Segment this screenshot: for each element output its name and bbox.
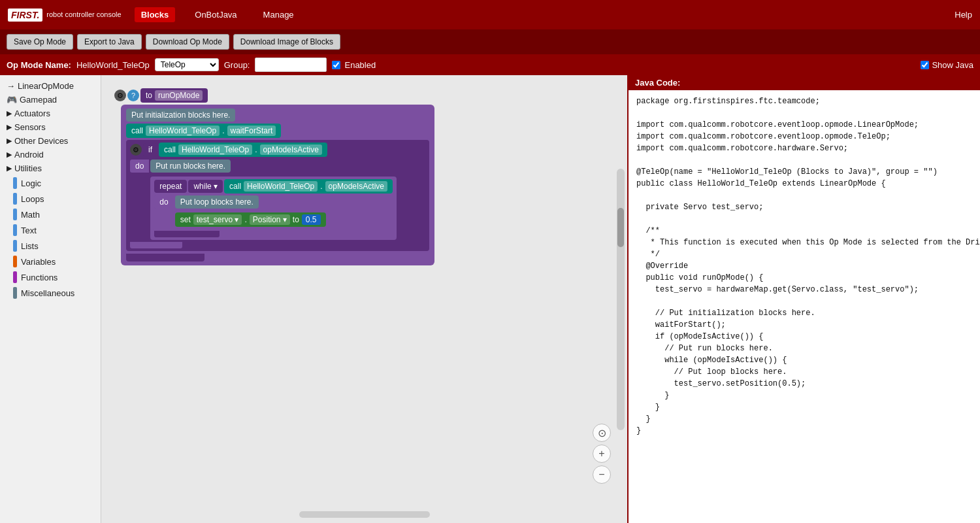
sidebar-item-loops[interactable]: Loops	[0, 191, 101, 207]
enabled-checkbox-area[interactable]: Enabled	[332, 60, 376, 70]
repeat-label: repeat	[159, 182, 182, 191]
sidebar-item-gamepad[interactable]: 🎮 Gamepad	[0, 93, 101, 107]
sidebar-item-variables[interactable]: Variables	[0, 254, 101, 269]
sidebar-item-math[interactable]: Math	[0, 207, 101, 222]
call-label: call	[131, 126, 143, 135]
math-color-dot	[13, 209, 17, 220]
init-placeholder-block: Put initialization blocks here.	[126, 109, 235, 122]
sidebar-label-text: Text	[21, 226, 37, 235]
opmode-name: HelloWorld_TeleOp	[76, 60, 150, 70]
sidebar-label-android: Android	[14, 150, 44, 160]
triangle-icon: ▶	[7, 137, 12, 145]
download-image-button[interactable]: Download Image of Blocks	[233, 34, 340, 50]
vertical-scrollbar[interactable]	[617, 169, 625, 430]
zoom-out-button[interactable]: −	[593, 465, 611, 484]
if-bottom-cap	[130, 242, 182, 248]
sidebar-item-actuators[interactable]: ▶ Actuators	[0, 107, 101, 120]
java-panel: Java Code: package org.firstinspires.ftc…	[627, 75, 980, 523]
dot-sep-4: .	[244, 215, 246, 224]
repeat-block: repeat	[154, 180, 187, 193]
show-java-text: Show Java	[932, 60, 973, 70]
repeat-bottom-cap	[154, 231, 220, 237]
position-value-block: 0.5	[302, 214, 321, 225]
opmode-label: Op Mode Name:	[7, 60, 71, 70]
nav-manage[interactable]: Manage	[257, 7, 301, 22]
position-dropdown[interactable]: Position ▾	[250, 214, 290, 225]
triangle-icon: ▶	[7, 123, 12, 131]
triangle-icon: ▶	[7, 109, 12, 118]
question-icon[interactable]: ?	[127, 90, 139, 101]
run-opmode-header[interactable]: ⚙ ? to runOpMode	[114, 88, 434, 103]
sidebar-item-linear-opmode[interactable]: → LinearOpMode	[0, 79, 101, 93]
sidebar-item-sensors[interactable]: ▶ Sensors	[0, 120, 101, 134]
download-opmode-button[interactable]: Download Op Mode	[146, 34, 229, 50]
outer-container: Put initialization blocks here. call Hel…	[121, 105, 434, 265]
opmode-bar: Op Mode Name: HelloWorld_TeleOp TeleOp A…	[0, 54, 980, 75]
zoom-in-button[interactable]: +	[593, 445, 611, 463]
main-content: → LinearOpMode 🎮 Gamepad ▶ Actuators ▶ S…	[0, 75, 980, 523]
if-gear-icon[interactable]: ⚙	[130, 144, 142, 156]
sidebar-item-utilities[interactable]: ▶ Utilities	[0, 161, 101, 175]
set-position-row[interactable]: set test_servo ▾ . Position ▾ to 0.5	[175, 212, 326, 227]
opmode-type-select[interactable]: TeleOp Autonomous	[155, 58, 219, 71]
outer-bottom-cap	[126, 254, 204, 262]
run-placeholder-block: Put run blocks here.	[150, 160, 231, 173]
to-value-label: to	[293, 215, 299, 224]
export-java-button[interactable]: Export to Java	[77, 34, 142, 50]
servo-dropdown[interactable]: test_servo ▾	[193, 214, 242, 225]
set-block[interactable]: set test_servo ▾ . Position ▾ to 0.5	[175, 212, 326, 227]
sidebar-item-functions[interactable]: Functions	[0, 269, 101, 285]
if-label: if	[148, 145, 152, 154]
init-block-row: Put initialization blocks here.	[126, 109, 429, 122]
while-block[interactable]: while ▾	[188, 180, 223, 193]
nav-blocks[interactable]: Blocks	[135, 7, 176, 22]
enabled-checkbox[interactable]	[332, 61, 340, 69]
sidebar-item-text[interactable]: Text	[0, 222, 101, 238]
sidebar-item-miscellaneous[interactable]: Miscellaneous	[0, 285, 101, 301]
gear-icon[interactable]: ⚙	[114, 90, 126, 101]
sidebar-item-other-devices[interactable]: ▶ Other Devices	[0, 134, 101, 148]
show-java-area[interactable]: Show Java	[921, 60, 973, 70]
set-label: set	[180, 215, 191, 224]
if-block-container[interactable]: ⚙ if call HelloWorld_TeleOp . opModeIsAc…	[126, 140, 429, 251]
wait-for-start-label: waitForStart	[227, 126, 276, 136]
sidebar-label-functions: Functions	[21, 273, 57, 282]
op-mode-is-active-block-2[interactable]: call HelloWorld_TeleOp . opModeIsActive	[224, 179, 393, 194]
group-input[interactable]	[255, 58, 327, 72]
init-text: Put initialization blocks here.	[131, 110, 230, 120]
first-logo: FIRST.	[8, 8, 42, 22]
sidebar-label-other-devices: Other Devices	[14, 136, 68, 146]
save-opmode-button[interactable]: Save Op Mode	[7, 34, 73, 50]
logic-color-dot	[13, 177, 17, 189]
sidebar-item-android[interactable]: ▶ Android	[0, 148, 101, 161]
to-label-block: to runOpMode	[140, 88, 208, 103]
help-button[interactable]: Help	[955, 10, 972, 20]
wait-for-start-row[interactable]: call HelloWorld_TeleOp . waitForStart	[126, 124, 429, 138]
sidebar-item-logic[interactable]: Logic	[0, 175, 101, 191]
sidebar-label-lists: Lists	[21, 241, 39, 251]
sidebar-label-math: Math	[21, 210, 40, 220]
repeat-while-row: repeat while ▾ call HelloWorld_TeleOp .	[154, 179, 393, 194]
do-section: do Put run blocks here.	[130, 160, 425, 240]
hwt-name: HelloWorld_TeleOp	[146, 126, 220, 136]
scrollbar-thumb[interactable]	[617, 208, 624, 247]
toolbar: Save Op Mode Export to Java Download Op …	[0, 29, 980, 54]
repeat-while-container[interactable]: repeat while ▾ call HelloWorld_TeleOp .	[150, 177, 397, 240]
sidebar-item-lists[interactable]: Lists	[0, 238, 101, 254]
op-mode-active-label: opModeIsActive	[260, 144, 322, 155]
show-java-checkbox[interactable]	[921, 61, 929, 69]
java-code-display: package org.firstinspires.ftc.teamcode; …	[629, 90, 980, 523]
horizontal-scrollbar[interactable]	[299, 511, 430, 518]
variables-color-dot	[13, 256, 17, 267]
run-opmode-value: runOpMode	[155, 90, 203, 101]
zoom-center-button[interactable]: ⊙	[593, 424, 611, 442]
blocks-workspace[interactable]: ⚙ ? to runOpMode Put initialization bloc…	[101, 75, 627, 523]
op-mode-is-active-block[interactable]: call HelloWorld_TeleOp . opModeIsActive	[159, 143, 327, 157]
functions-color-dot	[13, 271, 17, 283]
loop-placeholder-row: Put loop blocks here.	[175, 195, 326, 209]
hwt-name-3: HelloWorld_TeleOp	[244, 181, 318, 192]
misc-color-dot	[13, 287, 17, 299]
sidebar-label-miscellaneous: Miscellaneous	[21, 288, 74, 298]
nav-onbotjava[interactable]: OnBotJava	[188, 7, 243, 22]
wait-for-start-block[interactable]: call HelloWorld_TeleOp . waitForStart	[126, 124, 281, 138]
